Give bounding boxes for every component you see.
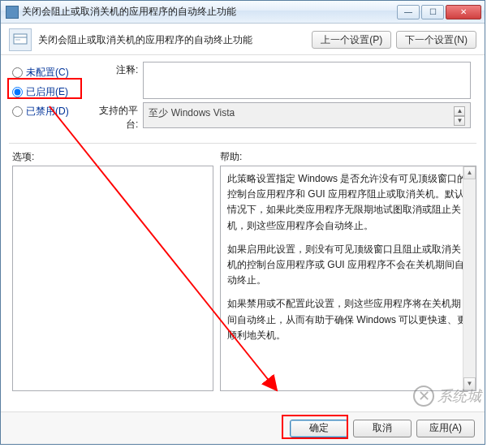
radio-enabled-input[interactable] xyxy=(12,87,23,97)
help-scrollbar[interactable]: ▲ ▼ xyxy=(463,166,476,390)
minimize-button[interactable]: — xyxy=(397,5,420,19)
window-title: 关闭会阻止或取消关机的应用程序的自动终止功能 xyxy=(22,5,395,19)
watermark: ✕ 系统城 xyxy=(413,386,481,407)
prev-setting-button[interactable]: 上一个设置(P) xyxy=(312,31,391,49)
platform-label: 支持的平台: xyxy=(89,102,143,131)
watermark-icon: ✕ xyxy=(413,386,434,407)
help-content: 此策略设置指定 Windows 是否允许没有可见顶级窗口的控制台应用程序和 GU… xyxy=(221,166,476,390)
titlebar: 关闭会阻止或取消关机的应用程序的自动终止功能 — ☐ ✕ xyxy=(1,1,485,24)
ok-button[interactable]: 确定 xyxy=(290,420,348,437)
help-pane: 此策略设置指定 Windows 是否允许没有可见顶级窗口的控制台应用程序和 GU… xyxy=(220,166,476,391)
radio-disabled[interactable]: 已禁用(D) xyxy=(12,102,87,120)
watermark-text: 系统城 xyxy=(437,386,481,406)
radio-enabled[interactable]: 已启用(E) xyxy=(12,83,87,101)
apply-button[interactable]: 应用(A) xyxy=(416,420,475,437)
radio-disabled-input[interactable] xyxy=(12,106,23,117)
policy-title: 关闭会阻止或取消关机的应用程序的自动终止功能 xyxy=(38,33,312,47)
radio-not-configured[interactable]: 未配置(C) xyxy=(12,63,87,81)
radio-enabled-label[interactable]: 已启用(E) xyxy=(26,85,68,99)
app-icon xyxy=(6,6,19,19)
help-section-label: 帮助: xyxy=(220,150,242,164)
platform-box: 至少 Windows Vista ▲ ▼ xyxy=(143,102,471,128)
scroll-track[interactable] xyxy=(463,179,476,377)
comment-label: 注释: xyxy=(89,62,143,99)
config-area: 未配置(C) 已启用(E) 已禁用(D) 注释: 支持的平台: 至少 Windo… xyxy=(1,55,485,140)
svg-rect-0 xyxy=(14,34,27,44)
options-section-label: 选项: xyxy=(12,150,220,164)
divider xyxy=(9,143,476,144)
next-setting-button[interactable]: 下一个设置(N) xyxy=(396,31,476,49)
maximize-button[interactable]: ☐ xyxy=(421,5,444,19)
cancel-button[interactable]: 取消 xyxy=(353,420,412,437)
platform-value: 至少 Windows Vista xyxy=(149,106,235,120)
help-paragraph: 如果启用此设置，则没有可见顶级窗口且阻止或取消关机的控制台应用程序或 GUI 应… xyxy=(227,242,469,289)
radio-not-configured-label[interactable]: 未配置(C) xyxy=(26,66,69,80)
comment-input[interactable] xyxy=(143,62,471,99)
help-paragraph: 如果禁用或不配置此设置，则这些应用程序将在关机期间自动终止，从而有助于确保 Wi… xyxy=(227,296,469,343)
close-button[interactable]: ✕ xyxy=(446,5,481,19)
platform-scroll-up[interactable]: ▲ xyxy=(454,106,465,116)
platform-scroll-down[interactable]: ▼ xyxy=(454,116,465,126)
radio-disabled-label[interactable]: 已禁用(D) xyxy=(26,105,69,118)
scroll-up-button[interactable]: ▲ xyxy=(463,166,476,179)
dialog-footer: 确定 取消 应用(A) xyxy=(1,411,485,444)
help-paragraph: 此策略设置指定 Windows 是否允许没有可见顶级窗口的控制台应用程序和 GU… xyxy=(227,171,469,234)
options-pane xyxy=(12,166,213,391)
radio-not-configured-input[interactable] xyxy=(12,67,23,78)
header-row: 关闭会阻止或取消关机的应用程序的自动终止功能 上一个设置(P) 下一个设置(N) xyxy=(1,24,485,55)
policy-icon xyxy=(9,28,32,51)
